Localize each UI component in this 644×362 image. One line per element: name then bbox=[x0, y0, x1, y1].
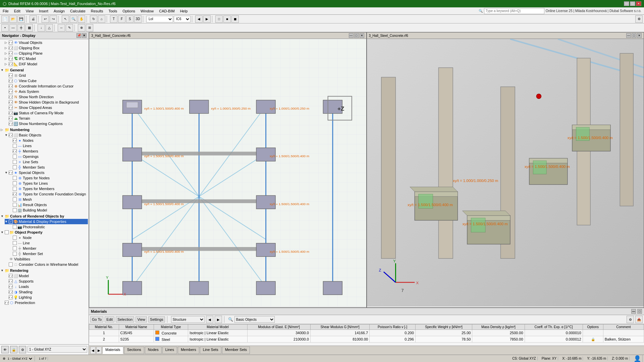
table-export[interactable]: 📤 bbox=[635, 316, 643, 323]
tree-item-terrain[interactable]: ✓ ⛰ Terrain bbox=[5, 116, 88, 121]
tree-item-memberset-prop[interactable]: ╬ Member Set bbox=[9, 251, 88, 256]
tree-group-special-objects[interactable]: ▼ ✓ ★ Special Objects bbox=[5, 170, 88, 175]
tree-item-line-prop[interactable]: — Line bbox=[9, 240, 88, 246]
pan-button[interactable]: ✋ bbox=[78, 15, 85, 23]
menu-window[interactable]: Window bbox=[138, 8, 156, 14]
tree-checkbox[interactable] bbox=[13, 160, 17, 164]
tab-nodes[interactable]: Nodes bbox=[145, 347, 162, 354]
load-tool[interactable]: ↓ bbox=[38, 24, 45, 32]
tree-item-nodes[interactable]: ✓ ● Nodes bbox=[9, 138, 88, 143]
measure-tool[interactable]: ↔ bbox=[58, 24, 65, 32]
vp2d-maximize[interactable]: □ bbox=[354, 33, 359, 38]
tree-checkbox[interactable]: ✓ bbox=[9, 122, 13, 126]
rotate-button[interactable]: ↻ bbox=[90, 15, 97, 23]
tree-item-grid[interactable]: ✓ ⊞ Grid bbox=[5, 73, 88, 78]
tree-item-wireframe-colors[interactable]: □ Consider Colors in Wireframe Model bbox=[5, 262, 88, 267]
viewport-2d-canvas[interactable]: xy/t = 1.500/1.500/0.400 m xy/t = 1.000/… bbox=[89, 39, 366, 306]
vp2d-close[interactable]: ✕ bbox=[360, 33, 364, 38]
nav-pin-button[interactable]: 📌 bbox=[76, 33, 81, 38]
open-button[interactable]: 📂 bbox=[9, 15, 17, 23]
tree-checkbox[interactable]: ✓ bbox=[9, 46, 13, 50]
tree-group-rendering[interactable]: ▼ 📁 Rendering bbox=[1, 268, 88, 273]
tree-item-types-concrete[interactable]: ✓ ⊕ Types for Concrete Foundation Design bbox=[9, 191, 88, 197]
menu-insert[interactable]: Insert bbox=[36, 8, 51, 14]
tree-checkbox[interactable] bbox=[13, 187, 17, 191]
tree-item-clipping-plane[interactable]: ▷ ✓ ▭ Clipping Plane bbox=[5, 51, 88, 56]
menu-file[interactable]: File bbox=[0, 8, 11, 14]
tree-item-building-model[interactable]: 🏢 Building Model bbox=[9, 207, 88, 213]
view-side[interactable]: S bbox=[126, 15, 133, 23]
support-tool[interactable]: △ bbox=[46, 24, 53, 32]
menu-options[interactable]: Options bbox=[120, 8, 138, 14]
select-button[interactable]: ↖ bbox=[62, 15, 69, 23]
new-button[interactable]: 📄 bbox=[1, 15, 9, 23]
tree-checkbox[interactable]: ✓ bbox=[9, 295, 13, 299]
table-row[interactable]: 1 C35/45 Concrete Isotropic | Linear Ela… bbox=[89, 330, 644, 336]
tree-item-member-prop[interactable]: ╪ Member bbox=[9, 246, 88, 251]
tree-checkbox[interactable]: ✓ bbox=[9, 111, 13, 115]
table-row[interactable]: 2 S235 Steel Isotropic | Linear Elastic … bbox=[89, 336, 644, 343]
redo-button[interactable]: ↪ bbox=[50, 15, 57, 23]
tree-item-member-sets[interactable]: ╬ Member Sets bbox=[9, 165, 88, 170]
snap-tool[interactable]: ⊕ bbox=[78, 24, 85, 32]
tree-item-clipped-areas[interactable]: ✓ ✂ Show Clipped Areas bbox=[5, 105, 88, 110]
settings-label[interactable]: Settings bbox=[148, 316, 165, 322]
tree-item-photorealistic[interactable]: 📷 Photorealistic bbox=[9, 224, 88, 230]
tree-group-numbering[interactable]: ▷ 📁 Numbering bbox=[1, 127, 88, 132]
prev-view[interactable]: ◀ bbox=[195, 15, 203, 23]
filter-next[interactable]: ▶ bbox=[215, 316, 222, 323]
tree-group-general[interactable]: ▼ 📁 General bbox=[1, 67, 88, 73]
tree-checkbox[interactable]: ✓ bbox=[9, 62, 13, 66]
tab-prev-btn[interactable]: ◀ bbox=[90, 347, 96, 354]
tree-checkbox[interactable] bbox=[13, 165, 17, 169]
grid-toggle[interactable]: ⊞ bbox=[86, 24, 93, 32]
tree-item-visibilities[interactable]: 👁 Visibilities bbox=[5, 256, 88, 262]
tree-item-numbering-captions[interactable]: ✓ 🔢 Show Numbering Captions bbox=[5, 121, 88, 126]
tree-item-clipping-box[interactable]: ▷ ✓ ⬜ Clipping Box bbox=[5, 45, 88, 51]
tree-checkbox[interactable]: ✓ bbox=[9, 79, 13, 83]
print-button[interactable]: 🖨 bbox=[30, 15, 37, 23]
tree-item-axis-system[interactable]: ✓ ✛ Axis System bbox=[5, 89, 88, 94]
menu-view[interactable]: View bbox=[23, 8, 37, 14]
vp3d-minimize[interactable]: — bbox=[626, 33, 631, 38]
tree-checkbox[interactable] bbox=[13, 225, 17, 229]
tree-item-shading[interactable]: ✓ ◑ Shading bbox=[5, 289, 88, 295]
tree-checkbox[interactable]: ✓ bbox=[9, 51, 13, 55]
tab-member-sets[interactable]: Member Sets bbox=[222, 347, 250, 354]
minimize-button[interactable]: — bbox=[624, 1, 629, 6]
tree-item-ifc-model[interactable]: ▷ ✓ 🏗 IFC Model bbox=[5, 56, 88, 61]
tree-item-node-prop[interactable]: ● Node bbox=[9, 235, 88, 240]
tree-checkbox[interactable]: ✓ bbox=[13, 138, 17, 142]
undo-button[interactable]: ↩ bbox=[42, 15, 49, 23]
tree-group-basic-objects[interactable]: ▼ ✓ ⬜ Basic Objects bbox=[5, 132, 88, 138]
tree-checkbox[interactable] bbox=[13, 197, 17, 201]
menu-results[interactable]: Results bbox=[88, 8, 106, 14]
lod-dropdown[interactable]: LoI bbox=[146, 16, 173, 22]
tree-item-members[interactable]: ✓ ╪ Members bbox=[9, 148, 88, 154]
tree-checkbox[interactable] bbox=[13, 144, 17, 148]
tree-item-north-dir[interactable]: ✓ N Show North Direction bbox=[5, 94, 88, 100]
tree-item-material-display[interactable]: ▼ ✓ 🎨 Material & Display Properties bbox=[5, 219, 88, 224]
menu-help[interactable]: Help bbox=[177, 8, 191, 14]
menu-tools[interactable]: Tools bbox=[106, 8, 120, 14]
tree-item-loads-render[interactable]: ✓ ↓ Loads bbox=[5, 284, 88, 289]
tree-item-types-nodes[interactable]: ⊕ Types for Nodes bbox=[9, 175, 88, 181]
tab-sections[interactable]: Sections bbox=[124, 347, 144, 354]
goto-label[interactable]: Go To bbox=[90, 316, 103, 322]
tree-checkbox[interactable] bbox=[13, 252, 17, 256]
tree-checkbox[interactable] bbox=[13, 241, 17, 245]
menu-assign[interactable]: Assign bbox=[51, 8, 67, 14]
wireframe-btn[interactable]: □ bbox=[215, 15, 223, 23]
coordinate-system-select[interactable]: 1 - Global XYZ bbox=[28, 346, 87, 353]
view-3d[interactable]: 3D bbox=[134, 15, 142, 23]
tree-item-visual-objects[interactable]: ▷ ✓ 👁 Visual Objects bbox=[5, 40, 88, 45]
home-button[interactable]: ⌂ bbox=[98, 15, 105, 23]
tree-item-hidden-objects[interactable]: ✓ 👁 Show Hidden Objects in Background bbox=[5, 100, 88, 105]
tree-item-openings[interactable]: ▭ Openings bbox=[9, 154, 88, 159]
vp2d-minimize[interactable]: — bbox=[349, 33, 354, 38]
tree-group-colors-rendered[interactable]: ▼ 📁 Colors of Rendered Objects by bbox=[1, 214, 88, 219]
view-front[interactable]: F bbox=[118, 15, 125, 23]
tree-checkbox[interactable]: ✓ bbox=[9, 41, 13, 45]
tree-item-types-lines[interactable]: ⊕ Types for Lines bbox=[9, 181, 88, 186]
tree-checkbox[interactable]: ✓ bbox=[9, 73, 13, 77]
